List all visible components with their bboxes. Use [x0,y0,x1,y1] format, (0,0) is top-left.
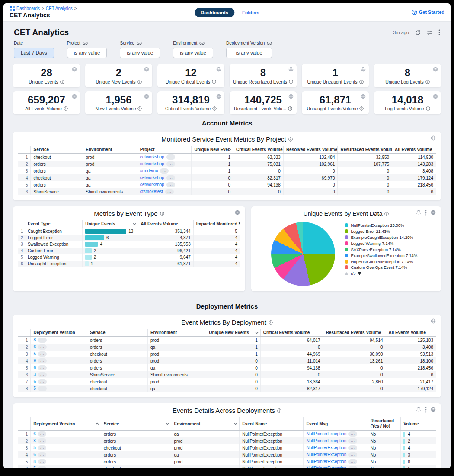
link-8[interactable]: 8 [33,459,36,464]
link-9[interactable]: 9 [33,358,36,363]
link-5[interactable]: 5 [33,386,36,391]
globe-icon[interactable] [216,94,221,99]
ellipsis-pill[interactable]: ... [166,154,175,160]
link-cetworkshop[interactable]: cetworkshop [140,182,164,187]
info-icon[interactable] [269,320,273,325]
tab-dashboards[interactable]: Dashboards [195,8,234,17]
ellipsis-pill[interactable]: ... [38,452,47,457]
sort-desc-icon[interactable] [234,423,237,425]
more-menu-icon[interactable] [425,210,427,216]
filter-value-service[interactable]: is any value [120,48,160,58]
filter-icon[interactable] [427,30,432,35]
ellipsis-pill[interactable]: ... [348,438,357,444]
globe-icon[interactable] [431,210,436,216]
breadcrumb-cet-analytics[interactable]: CET Analytics [46,6,73,11]
link-5[interactable]: 5 [33,466,36,468]
ellipsis-pill[interactable]: ... [38,358,47,363]
legend-item-nullpointerexception[interactable]: NullPointerException 25.00% [345,223,422,228]
ellipsis-pill[interactable]: ... [348,459,357,464]
column-header-unique-new-events[interactable]: Unique New Events [206,329,261,337]
ellipsis-pill[interactable]: ... [38,338,47,343]
link-nullpointerexception[interactable]: NullPointerException [306,466,346,468]
link-nullpointerexception[interactable]: NullPointerException [306,452,346,457]
link-6[interactable]: 6 [33,379,36,384]
legend-item-httphostconnectexception[interactable]: HttpHostConnectException 7.14% [345,259,422,264]
globe-icon[interactable] [72,94,77,99]
link-5[interactable]: 5 [33,445,36,450]
link-6[interactable]: 6 [33,431,36,436]
info-icon[interactable] [425,80,430,84]
ellipsis-pill[interactable]: ... [38,438,47,444]
ellipsis-pill[interactable]: ... [38,351,47,357]
globe-icon[interactable] [431,318,436,324]
legend-item-logged-error[interactable]: Logged Error 21.43% [345,229,422,234]
column-header-deployment-version[interactable]: Deployment Version [31,417,101,431]
filter-value-project[interactable]: is any value [67,48,107,58]
pie-chart[interactable] [271,222,335,286]
info-icon[interactable] [212,106,217,111]
ellipsis-pill[interactable]: ... [166,175,175,180]
info-icon[interactable] [277,408,281,413]
more-menu-icon[interactable] [438,29,440,35]
info-icon[interactable] [137,80,142,84]
ellipsis-pill[interactable]: ... [348,452,357,457]
ellipsis-pill[interactable]: ... [165,189,174,194]
legend-item-examplecaughtexception[interactable]: ExampleCaughtException 14.29% [345,235,422,240]
breadcrumb-dashboards[interactable]: Dashboards [16,6,40,11]
info-icon[interactable] [288,106,292,111]
link-cetworkshop[interactable]: cetworkshop [140,161,164,166]
globe-icon[interactable] [144,94,149,99]
globe-icon[interactable] [144,67,149,72]
ellipsis-pill[interactable]: ... [166,182,175,187]
ellipsis-pill[interactable]: ... [38,386,47,391]
globe-icon[interactable] [433,67,438,72]
column-header-service[interactable]: Service [101,417,171,431]
link-6[interactable]: 6 [33,365,36,370]
alert-bell-icon[interactable] [416,210,421,216]
globe-icon[interactable] [431,407,436,413]
ellipsis-pill[interactable]: ... [38,445,47,450]
sort-desc-icon[interactable] [166,423,169,425]
legend-item-saxparseexception[interactable]: SAXParseException 7.14% [345,247,422,252]
tab-folders[interactable]: Folders [242,10,259,15]
filter-value-date[interactable]: Last 7 Days [14,48,54,58]
ellipsis-pill[interactable]: ... [38,459,47,464]
globe-icon[interactable] [288,67,294,72]
legend-item-custom-overops-event[interactable]: Custom OverOps Event 7.14% [345,265,422,270]
info-icon[interactable] [426,106,430,111]
refresh-icon[interactable] [415,30,421,35]
filter-value-deployment-version[interactable]: is any value [226,48,272,58]
link-ctsmoketest[interactable]: ctsmoketest [140,189,163,194]
alert-bell-icon[interactable] [416,407,421,413]
link-srmdemo[interactable]: srmdemo [140,168,158,173]
ellipsis-pill[interactable]: ... [38,372,47,377]
column-header-unique-events[interactable]: Unique Events [83,220,138,228]
legend-page-up-icon[interactable] [345,272,348,275]
ellipsis-pill[interactable]: ... [38,379,47,384]
filter-value-environment[interactable]: is any value [173,48,213,58]
ellipsis-pill[interactable]: ... [166,161,175,167]
globe-icon[interactable] [72,67,77,72]
link-cetworkshop[interactable]: cetworkshop [140,154,164,159]
globe-icon[interactable] [361,94,366,99]
column-header-unique-new-ever[interactable]: Unique New Ever [192,146,233,154]
sort-desc-icon[interactable] [228,148,231,151]
globe-icon[interactable] [288,94,294,99]
link-8[interactable]: 8 [33,438,36,443]
ellipsis-pill[interactable]: ... [38,466,47,468]
sort-asc-icon[interactable] [96,423,99,425]
globe-icon[interactable] [433,94,438,99]
ellipsis-pill[interactable]: ... [348,445,357,450]
info-icon[interactable] [212,80,216,84]
link-6[interactable]: 6 [33,452,36,457]
info-icon[interactable] [384,212,389,216]
info-icon[interactable] [359,106,364,111]
link-nullpointerexception[interactable]: NullPointerException [306,445,346,450]
ellipsis-pill[interactable]: ... [38,431,47,437]
globe-icon[interactable] [216,67,221,72]
link-3[interactable]: 3 [33,372,36,377]
legend-item-logged-warning[interactable]: Logged Warning 7.14% [345,241,422,246]
info-icon[interactable] [288,137,293,142]
link-nullpointerexception[interactable]: NullPointerException [306,438,346,443]
info-icon[interactable] [160,212,164,216]
